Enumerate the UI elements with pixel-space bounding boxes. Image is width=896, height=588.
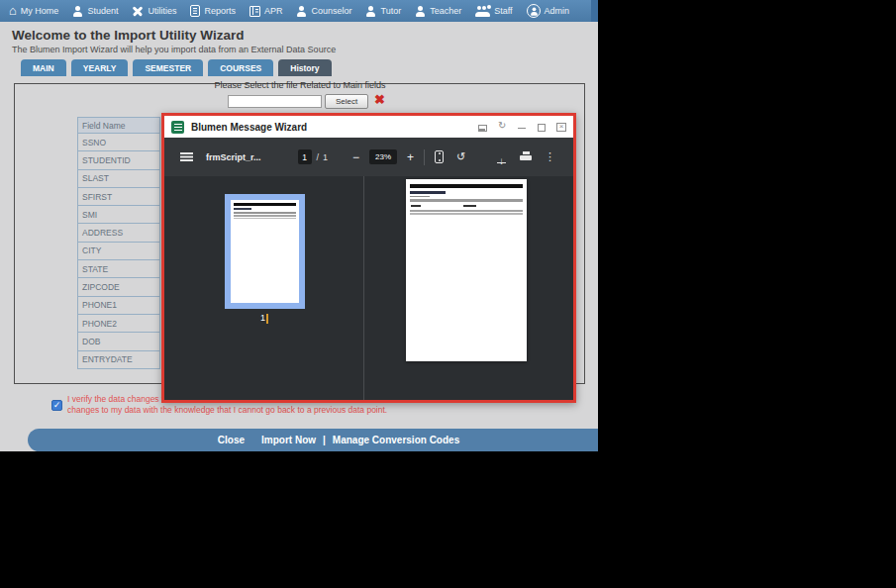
nav-item-utilities[interactable]: Utilities [125,0,183,22]
nav-item-my-home[interactable]: My Home [2,0,65,22]
restore-window-icon[interactable] [478,125,487,132]
nav-label: Admin [545,6,570,16]
page-separator: / [317,152,320,162]
nav-item-staff[interactable]: Staff [468,0,519,22]
nav-label: Tutor [380,6,401,16]
counselor-icon [296,6,307,17]
verify-checkbox[interactable]: ✓ [51,400,62,411]
window-controls [478,122,566,132]
tab-semester[interactable]: SEMESTER [133,59,203,76]
maximize-icon[interactable] [538,124,546,132]
nav-item-counselor[interactable]: Counselor [289,0,358,22]
blumen-message-wizard-modal: Blumen Message Wizard frmScript_r... 1 /… [161,113,576,403]
nav-label: Counselor [311,6,351,16]
refresh-icon[interactable] [498,123,507,132]
footer-divider: | [323,435,326,445]
staff-icon [475,6,490,17]
modal-title: Blumen Message Wizard [191,122,307,133]
home-icon [9,6,17,17]
pdf-page-preview [406,179,527,361]
document-icon [171,121,184,134]
table-row[interactable]: SFIRST [77,188,160,206]
clear-file-icon[interactable]: ✖ [374,92,385,108]
print-icon[interactable] [520,151,532,162]
fit-page-icon[interactable] [435,150,444,163]
nav-item-admin[interactable]: Admin [520,0,577,22]
zoom-in-button[interactable]: + [407,150,414,164]
table-row[interactable]: CITY [77,243,160,260]
tab-courses[interactable]: COURSES [208,59,273,76]
navbar-edge [591,0,598,22]
nav-item-student[interactable]: Student [65,0,125,22]
thumbnail-page [231,200,299,303]
table-row[interactable]: STUDENTID [77,151,160,169]
wizard-tabs: MAIN YEARLY SEMESTER COURSES History [21,59,332,76]
thumbnail-pane: 1 [164,176,364,400]
page-number-input[interactable]: 1 [298,149,312,164]
page-thumbnail-selected[interactable] [225,194,305,309]
table-row[interactable]: SSNO [77,134,160,151]
student-icon [72,6,83,17]
admin-icon [527,4,541,18]
nav-item-tutor[interactable]: Tutor [358,0,408,22]
toolbar-divider [424,149,425,165]
pdf-toolbar: frmScript_r... 1 / 1 − 23% + [164,138,573,176]
teacher-icon [415,6,426,17]
table-row[interactable]: PHONE1 [77,297,160,315]
footer-action-bar: Close Import Now | Manage Conversion Cod… [28,429,598,451]
nav-label: Utilities [148,6,176,16]
utilities-icon [132,5,144,17]
tab-main[interactable]: MAIN [21,59,66,76]
modal-titlebar: Blumen Message Wizard [164,116,573,138]
field-table: Field Name SSNO STUDENTID SLAST SFIRST S… [77,117,160,369]
select-file-button[interactable]: Select [325,94,368,109]
page-title: Welcome to the Import Utility Wizard [12,28,244,43]
apr-icon [249,6,260,17]
table-row[interactable]: ZIPCODE [77,278,160,296]
nav-label: Student [87,6,118,16]
thumbnail-page-number: 1 [164,313,364,324]
rotate-icon[interactable] [456,151,465,162]
menu-icon[interactable] [180,152,193,161]
nav-item-apr[interactable]: APR [243,0,290,22]
table-row[interactable]: ENTRYDATE [77,351,160,369]
file-path-input[interactable] [228,95,322,108]
pdf-doc-name: frmScript_r... [206,152,261,162]
table-row[interactable]: PHONE2 [77,315,160,333]
verify-line-2: changes to my data with the knowledge th… [67,405,404,416]
page-subtitle: The Blumen Import Wizard will help you i… [12,45,336,54]
zoom-out-button[interactable]: − [352,150,359,164]
table-row[interactable]: STATE [77,260,160,278]
app-window: My Home Student Utilities Reports APR Co… [0,0,598,451]
nav-label: Reports [204,6,236,16]
text-cursor [266,314,268,324]
close-icon[interactable] [556,123,566,132]
nav-label: Teacher [430,6,461,16]
top-navbar: My Home Student Utilities Reports APR Co… [0,0,598,22]
tab-history[interactable]: History [278,59,331,76]
nav-label: Staff [494,6,512,16]
page-total: 1 [323,152,328,162]
import-now-button[interactable]: Import Now [261,435,316,445]
nav-item-reports[interactable]: Reports [183,0,243,22]
tutor-icon [365,6,376,17]
close-button[interactable]: Close [218,435,245,445]
reports-icon [190,5,200,17]
download-icon[interactable] [496,150,507,163]
tab-yearly[interactable]: YEARLY [71,59,129,76]
minimize-icon[interactable] [518,123,527,132]
table-row[interactable]: ADDRESS [77,224,160,242]
nav-label: APR [264,6,283,16]
more-options-icon[interactable] [545,150,555,163]
file-select-prompt: Please Select the file Related to Main f… [14,80,586,90]
nav-label: My Home [21,6,59,16]
page-preview-pane [364,176,573,400]
nav-item-teacher[interactable]: Teacher [408,0,468,22]
manage-conversion-codes-button[interactable]: Manage Conversion Codes [333,435,459,445]
pdf-content-area: 1 [164,176,573,400]
field-table-header: Field Name [77,117,160,134]
table-row[interactable]: SMI [77,206,160,224]
zoom-level[interactable]: 23% [369,149,397,164]
table-row[interactable]: SLAST [77,170,160,188]
table-row[interactable]: DOB [77,333,160,350]
